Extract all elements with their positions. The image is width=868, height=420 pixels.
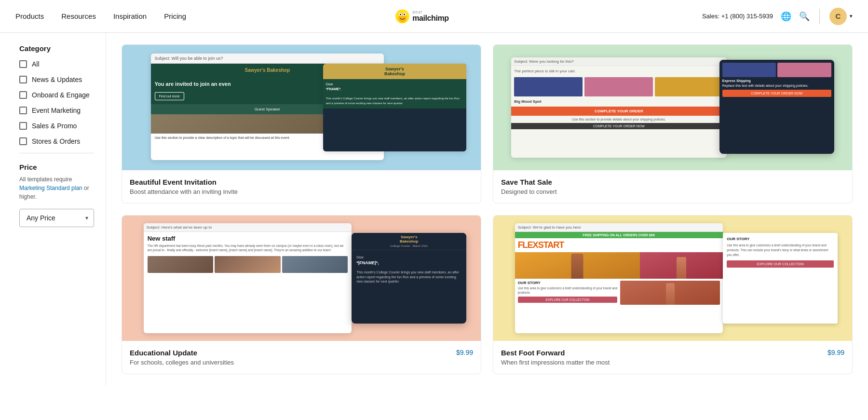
flex-shipping-bar: FREE SHIPPING ON ALL ORDERS OVER $8K xyxy=(515,232,723,238)
category-title: Category xyxy=(19,44,94,53)
filter-stores[interactable]: Stores & Orders xyxy=(19,137,94,145)
filter-all-checkbox[interactable] xyxy=(19,60,27,68)
template-grid: Subject: Will you be able to join us? Sa… xyxy=(122,44,853,374)
flex-main-img xyxy=(515,252,640,279)
filter-event[interactable]: Event Marketing xyxy=(19,107,94,114)
sale-mobile-cta: COMPLETE YOUR ORDER NOW xyxy=(722,90,831,97)
svg-point-5 xyxy=(404,14,405,15)
sale-mobile-box-blue xyxy=(722,63,776,77)
flex-woman-side-img xyxy=(620,281,720,305)
chevron-down-icon: ▾ xyxy=(850,13,853,19)
flex-title-row: Best Foot Forward $9.99 xyxy=(501,349,844,357)
edu-template-desc: For schools, colleges and universities xyxy=(130,359,473,366)
sale-mobile-mockup: Express Shipping Replace this text with … xyxy=(719,60,834,154)
app-header: Products Resources Inspiration Pricing I… xyxy=(0,0,868,33)
sale-product-row xyxy=(511,74,726,99)
filter-event-label: Event Marketing xyxy=(32,107,81,114)
sale-product-yellow xyxy=(655,77,723,96)
filter-all-label: All xyxy=(32,60,40,68)
event-phone-mockup: Sawyer'sBakeshop Dear*FNAME*, This month… xyxy=(323,64,467,151)
sale-subtext: Use this section to provide details abou… xyxy=(511,116,726,123)
filter-news-label: News & Updates xyxy=(32,76,82,83)
flex-template-info: Best Foot Forward $9.99 When first impre… xyxy=(493,341,852,374)
page-body: Category All News & Updates Onboard & En… xyxy=(0,33,868,386)
filter-onboard-checkbox[interactable] xyxy=(19,91,27,99)
edu-header-bar: Subject: Here's what we've been up to xyxy=(144,223,352,232)
nav-pricing[interactable]: Pricing xyxy=(164,12,186,20)
filter-news-checkbox[interactable] xyxy=(19,76,27,83)
filter-sales-label: Sales & Promo xyxy=(32,122,77,130)
filter-event-checkbox[interactable] xyxy=(19,107,27,114)
sale-mobile-text: Replace this text with details about you… xyxy=(722,83,831,88)
flex-template-name: Best Foot Forward xyxy=(501,349,565,357)
flex-side-explore-btn: EXPLORE OUR COLLECTION xyxy=(727,260,834,268)
edu-side-mockup: Sawyer'sBakeshopCollege Courier · March … xyxy=(352,233,466,323)
flex-side-desc: Use this area to give customers a brief … xyxy=(727,243,834,257)
globe-icon[interactable]: 🌐 xyxy=(781,11,791,22)
price-subtitle-pre: All templates require xyxy=(19,176,72,183)
filter-stores-checkbox[interactable] xyxy=(19,137,27,145)
edu-template-name: Educational Update xyxy=(130,349,197,357)
search-icon[interactable]: 🔍 xyxy=(799,11,810,22)
svg-point-4 xyxy=(400,14,401,15)
user-avatar[interactable]: C xyxy=(829,8,847,25)
flex-woman-img-col xyxy=(620,281,720,305)
sale-cta-button: COMPLETE YOUR ORDER xyxy=(511,107,726,116)
filter-all[interactable]: All xyxy=(19,60,94,68)
filter-sales-checkbox[interactable] xyxy=(19,122,27,130)
event-template-desc: Boost attendance with an inviting invite xyxy=(130,188,473,195)
sale-desktop-heading: The perfect piece is still in your cart. xyxy=(511,66,726,74)
filter-news[interactable]: News & Updates xyxy=(19,76,94,83)
sale-product-blue xyxy=(514,77,583,96)
event-title-row: Beautiful Event Invitation xyxy=(130,178,473,186)
header-divider xyxy=(819,9,820,24)
flex-our-story-title: OUR STORY xyxy=(518,281,618,285)
svg-text:mailchimp: mailchimp xyxy=(412,14,449,22)
sidebar: Category All News & Updates Onboard & En… xyxy=(0,33,106,386)
template-preview-sale: Subject: Were you looking for this? The … xyxy=(493,45,852,170)
price-section: Price All templates require Marketing St… xyxy=(19,163,94,227)
nav-inspiration[interactable]: Inspiration xyxy=(113,12,147,20)
edu-side-header: Sawyer'sBakeshopCollege Courier · March … xyxy=(352,233,466,250)
flex-our-story-text: Use this area to give customers a brief … xyxy=(518,286,618,295)
flex-side-our-story: OUR STORY xyxy=(727,237,834,241)
edu-title-row: Educational Update $9.99 xyxy=(130,349,473,357)
edu-photos xyxy=(144,254,352,275)
template-card-sale[interactable]: Subject: Were you looking for this? The … xyxy=(493,44,853,203)
event-template-name: Beautiful Event Invitation xyxy=(130,178,217,186)
price-select-wrapper: Any Price Free Paid ▾ xyxy=(19,209,94,227)
template-card-edu[interactable]: Subject: Here's what we've been up to Ne… xyxy=(122,215,481,374)
sale-template-info: Save That Sale Designed to convert xyxy=(493,170,852,203)
filter-onboard[interactable]: Onboard & Engage xyxy=(19,91,94,99)
sale-title-row: Save That Sale xyxy=(501,178,844,186)
flex-content-row: OUR STORY Use this area to give customer… xyxy=(515,279,723,307)
template-preview-edu: Subject: Here's what we've been up to Ne… xyxy=(122,216,481,341)
flex-our-story-col: OUR STORY Use this area to give customer… xyxy=(518,281,618,305)
edu-template-info: Educational Update $9.99 For schools, co… xyxy=(122,341,481,374)
nav-resources[interactable]: Resources xyxy=(61,12,96,20)
edu-photo-2 xyxy=(215,256,281,273)
nav-products[interactable]: Products xyxy=(15,12,44,20)
header-right: Sales: +1 (800) 315-5939 🌐 🔍 C ▾ xyxy=(702,8,853,25)
marketing-plan-link[interactable]: Marketing Standard plan xyxy=(19,185,82,191)
edu-side-inner: Dear*|FNAME|*, This month's College Cour… xyxy=(352,250,466,289)
sale-mobile-box-pink xyxy=(777,63,831,77)
event-phone-header: Sawyer'sBakeshop xyxy=(323,64,467,79)
edu-title: New staff xyxy=(144,232,352,244)
template-preview-flex: Subject: We're glad to have you here FRE… xyxy=(493,216,852,341)
edu-template-price: $9.99 xyxy=(456,349,473,356)
template-preview-event: Subject: Will you be able to join us? Sa… xyxy=(122,45,481,170)
flex-image-row xyxy=(515,252,723,279)
edu-main-mockup: Subject: Here's what we've been up to Ne… xyxy=(144,223,352,334)
edu-photo-1 xyxy=(148,256,214,273)
template-card-event[interactable]: Subject: Will you be able to join us? Sa… xyxy=(122,44,481,203)
price-select[interactable]: Any Price Free Paid xyxy=(19,209,94,227)
site-logo[interactable]: INTUIT mailchimp xyxy=(395,7,473,26)
flex-main-mockup: Subject: We're glad to have you here FRE… xyxy=(515,223,723,334)
flex-side-card: OUR STORY Use this area to give customer… xyxy=(723,233,838,323)
flex-template-desc: When first impressions matter the most xyxy=(501,359,844,366)
flex-template-price: $9.99 xyxy=(827,349,844,356)
template-card-flex[interactable]: Subject: We're glad to have you here FRE… xyxy=(493,215,853,374)
user-menu[interactable]: C ▾ xyxy=(829,8,853,25)
filter-sales[interactable]: Sales & Promo xyxy=(19,122,94,130)
